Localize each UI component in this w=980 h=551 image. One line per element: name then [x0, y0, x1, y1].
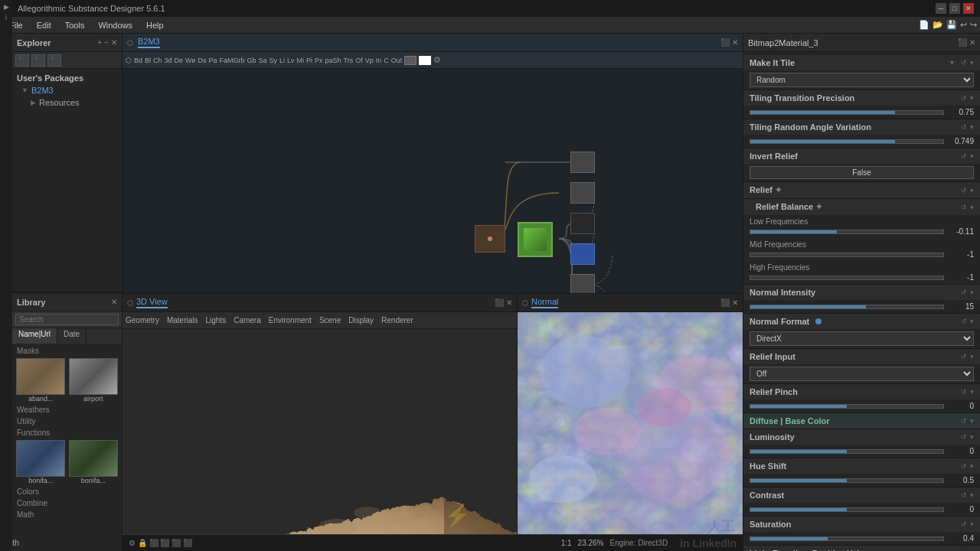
saturation-ctrl1[interactable]: ↺ — [961, 520, 967, 528]
normal-format-dropdown[interactable]: DirectX OpenGL — [750, 331, 974, 346]
diffuse-ctrl1[interactable]: ↺ — [961, 417, 967, 425]
lib-tab-date[interactable]: Date — [57, 328, 87, 344]
lib-tab-name[interactable]: Name|Url — [12, 328, 57, 344]
luminosity-header[interactable]: Luminosity ↺ ▾ — [743, 429, 980, 445]
invert-relief-value[interactable]: False — [750, 166, 974, 179]
contrast-slider[interactable] — [750, 507, 944, 512]
tiling-precision-ctrl2[interactable]: ▾ — [970, 94, 974, 102]
normal-intensity-ctrl1[interactable]: ↺ — [961, 289, 967, 296]
node-out-5[interactable] — [570, 274, 595, 293]
relief-header[interactable]: Relief ✦ ↺ ▾ — [743, 182, 980, 198]
node-editor-icon-1[interactable]: ⬛ — [720, 38, 730, 47]
tiling-angle-header[interactable]: Tiling Random Angle Variation ↺ ▾ — [743, 119, 980, 135]
node-editor-tab[interactable]: B2M3 — [138, 37, 160, 48]
relief-pinch-header[interactable]: Relief Pinch ↺ ▾ — [743, 384, 980, 399]
view3d-menu-scene[interactable]: Scene — [319, 316, 341, 324]
hue-shift-ctrl2[interactable]: ▾ — [970, 462, 974, 470]
lib-item-bonifa1[interactable]: bonifa... — [15, 440, 67, 484]
leq-pos-header[interactable]: Light Equalizer Positive Values ↺ ▾ — [743, 546, 980, 551]
explorer-icon-plus[interactable]: + — [97, 38, 102, 47]
luminosity-ctrl2[interactable]: ▾ — [970, 433, 974, 441]
relief-input-dropdown[interactable]: Off On — [750, 367, 974, 381]
explorer-btn-2[interactable]: ⬛ — [31, 54, 45, 67]
toolbar-icon-save[interactable]: 💾 — [946, 20, 957, 30]
lib-cat-masks[interactable]: Masks — [14, 345, 120, 357]
relief-balance-low-slider[interactable] — [750, 230, 944, 234]
side-icon-arrow[interactable]: ▶ — [4, 3, 9, 11]
make-tile-ctrl1[interactable]: ↺ — [961, 59, 967, 67]
explorer-icon-close[interactable]: ✕ — [111, 38, 117, 47]
diffuse-ctrl2[interactable]: ▾ — [970, 417, 974, 425]
view3d-menu-materials[interactable]: Materials — [167, 316, 198, 324]
menu-windows[interactable]: Windows — [92, 19, 139, 31]
relief-input-header[interactable]: Relief Input ↺ ▾ — [743, 349, 980, 364]
view3d-content[interactable]: 1920x1080px ⚡ — [122, 329, 517, 551]
contrast-header[interactable]: Contrast ↺ ▾ — [743, 487, 980, 503]
make-tile-dropdown[interactable]: Random — [750, 73, 974, 87]
toolbar-icon-redo[interactable]: ↪ — [970, 20, 977, 30]
tiling-angle-ctrl1[interactable]: ↺ — [961, 123, 967, 131]
diffuse-header[interactable]: Diffuse | Base Color ↺ ▾ — [743, 413, 980, 429]
node-out-1[interactable] — [570, 152, 595, 173]
toolbar-icon-new[interactable]: 📄 — [919, 20, 929, 30]
view3d-menu-lights[interactable]: Lights — [205, 316, 226, 324]
ne-toolbar-gear[interactable]: ⚙ — [433, 55, 441, 65]
relief-pinch-ctrl1[interactable]: ↺ — [961, 388, 967, 396]
tiling-precision-header[interactable]: Tiling Transition Precision ↺ ▾ — [743, 90, 980, 106]
lib-cat-colors[interactable]: Colors — [14, 486, 120, 497]
node-out-2[interactable] — [570, 182, 595, 204]
lib-cat-math[interactable]: Math — [14, 509, 120, 520]
contrast-ctrl2[interactable]: ▾ — [970, 491, 974, 499]
hue-shift-slider[interactable] — [750, 478, 944, 483]
hue-shift-header[interactable]: Hue Shift ↺ ▾ — [743, 458, 980, 474]
normal-intensity-ctrl2[interactable]: ▾ — [970, 289, 974, 296]
relief-balance-mid-slider[interactable] — [750, 253, 944, 257]
normal-format-ctrl1[interactable]: ↺ — [961, 318, 967, 325]
view3d-menu-camera[interactable]: Camera — [234, 316, 261, 324]
tiling-angle-ctrl2[interactable]: ▾ — [970, 123, 974, 131]
right-panel-ctrl1[interactable]: ⬛ — [958, 38, 967, 47]
lib-cat-combine[interactable]: Combine — [14, 497, 120, 509]
view3d-menu-env[interactable]: Environment — [269, 316, 312, 324]
relief-balance-high-slider[interactable] — [750, 276, 944, 280]
node-out-4[interactable] — [570, 243, 595, 265]
search-input[interactable] — [15, 314, 119, 325]
normal-close[interactable]: ✕ — [732, 298, 738, 307]
invert-relief-ctrl1[interactable]: ↺ — [961, 152, 967, 160]
right-panel-close[interactable]: ✕ — [969, 38, 975, 47]
node-input[interactable] — [475, 225, 505, 253]
saturation-header[interactable]: Saturation ↺ ▾ — [743, 517, 980, 532]
relief-balance-ctrl2[interactable]: ▾ — [970, 204, 974, 211]
relief-input-ctrl1[interactable]: ↺ — [961, 353, 967, 360]
normal-ctrl1[interactable]: ⬛ — [720, 298, 730, 307]
view3d-menu-renderer[interactable]: Renderer — [381, 316, 413, 324]
invert-relief-header[interactable]: Invert Relief ↺ ▾ — [743, 148, 980, 164]
view3d-ctrl1[interactable]: ⬛ — [495, 298, 504, 307]
lib-item-bonifa2[interactable]: bonifa... — [68, 440, 119, 484]
close-button[interactable]: ✕ — [963, 3, 974, 14]
menu-tools[interactable]: Tools — [59, 19, 91, 31]
explorer-btn-3[interactable]: ⬛ — [47, 54, 61, 67]
relief-balance-header[interactable]: Relief Balance ✦ ↺ ▾ — [743, 199, 980, 215]
saturation-ctrl2[interactable]: ▾ — [970, 520, 974, 528]
relief-input-ctrl2[interactable]: ▾ — [970, 353, 974, 360]
lib-cat-utility[interactable]: Utility — [14, 416, 120, 427]
view3d-menu-display[interactable]: Display — [348, 316, 374, 324]
invert-relief-ctrl2[interactable]: ▾ — [970, 152, 974, 160]
explorer-btn-1[interactable]: ⬛ — [15, 54, 29, 67]
relief-pinch-slider[interactable] — [750, 404, 944, 409]
toolbar-icon-open[interactable]: 📂 — [933, 20, 943, 30]
node-main-green[interactable] — [518, 222, 553, 257]
normal-format-ctrl2[interactable]: ▾ — [970, 318, 974, 325]
relief-pinch-ctrl2[interactable]: ▾ — [970, 388, 974, 396]
tiling-angle-slider[interactable] — [750, 139, 944, 144]
tiling-precision-slider[interactable] — [750, 110, 944, 115]
lib-cat-weather[interactable]: Weathers — [14, 404, 120, 416]
side-icon-info[interactable]: i — [5, 14, 7, 21]
maximize-button[interactable]: □ — [949, 3, 960, 14]
menu-edit[interactable]: Edit — [31, 19, 57, 31]
hue-shift-ctrl1[interactable]: ↺ — [961, 462, 967, 470]
tree-item-b2m3[interactable]: ▼ B2M3 — [12, 84, 122, 96]
luminosity-ctrl1[interactable]: ↺ — [961, 433, 967, 441]
node-editor-icon-close[interactable]: ✕ — [732, 38, 738, 47]
